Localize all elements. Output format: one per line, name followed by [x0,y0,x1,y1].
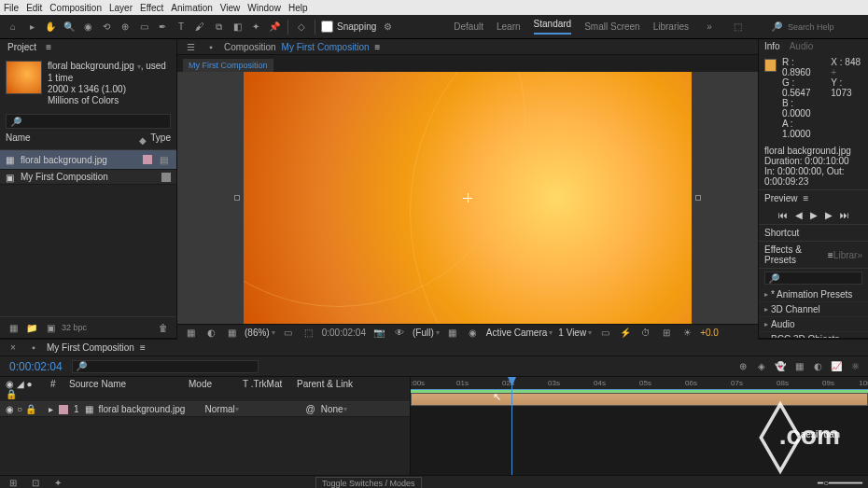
project-search-input[interactable] [21,117,166,126]
timeline-layer-row[interactable]: ◉ ○ 🔒 ▸ 1 ▦ floral background.jpg Normal… [0,402,410,417]
twirl-icon[interactable]: ▸ [49,404,53,414]
preview-tab[interactable]: Preview [764,193,798,203]
views-menu[interactable]: 1 View ▾ [558,328,592,338]
text-tool-icon[interactable]: T [174,20,189,35]
timeline-search[interactable]: 🔎 [72,360,259,373]
comp-flowchart-icon[interactable]: ⊕ [735,359,750,374]
hand-tool-icon[interactable]: ✋ [43,20,58,35]
show-snapshot-icon[interactable]: 👁 [392,325,407,340]
trash-icon[interactable]: 🗑 [156,320,171,335]
snapping-checkbox[interactable] [321,21,333,33]
fast-preview-icon[interactable]: ⚡ [618,325,633,340]
rotate-tool-icon[interactable]: ⟲ [99,20,114,35]
time-ruler[interactable]: :00s 01s 02s 03s 04s 05s 06s 07s 08s 09s… [411,377,868,390]
menu-edit[interactable]: Edit [26,3,42,13]
audio-tab[interactable]: Audio [790,41,814,51]
frame-blend-icon[interactable]: ▦ [791,359,806,374]
resolution-menu[interactable]: (Full) ▾ [413,328,440,338]
comp-marker-icon[interactable]: ▪ [203,39,218,54]
render-queue-icon[interactable]: ⊡ [28,476,43,489]
project-item[interactable]: ▣ My First Composition [0,170,176,185]
project-item[interactable]: ▦ floral background.jpg ▤ [0,150,176,170]
shy-icon[interactable]: 👻 [773,359,788,374]
exposure-value[interactable]: +0.0 [700,328,719,338]
next-frame-icon[interactable]: ▶ [825,210,833,220]
menu-animation[interactable]: Animation [171,3,212,13]
menu-layer[interactable]: Layer [109,3,133,13]
anchor-tool-icon[interactable]: ⊕ [118,20,133,35]
selection-tool-icon[interactable]: ▸ [24,20,39,35]
timeline-icon[interactable]: ⏱ [638,325,653,340]
workspace-overflow-icon[interactable]: » [702,20,717,35]
home-icon[interactable]: ⌂ [6,20,21,35]
menu-view[interactable]: View [220,3,241,13]
composition-canvas[interactable] [244,72,692,324]
zoom-level[interactable]: (86%) ▾ [245,328,275,338]
new-folder-icon[interactable]: 📁 [24,320,39,335]
solo-toggle-icon[interactable]: ○ [17,404,22,414]
menu-file[interactable]: File [4,3,19,13]
overflow-icon[interactable]: » [857,250,862,260]
effects-search-input[interactable] [779,273,859,283]
lock-icon[interactable]: × [6,341,21,356]
prev-frame-icon[interactable]: ◀ [795,210,803,220]
panel-menu-icon[interactable]: ≡ [46,42,51,52]
effects-category[interactable]: Audio [759,317,868,332]
current-time[interactable]: 0:00:02:04 [322,328,366,338]
brainstorm2-icon[interactable]: ✦ [50,476,65,489]
zoom-tool-icon[interactable]: 🔍 [62,20,77,35]
reset-exposure-icon[interactable]: ☀ [679,325,694,340]
eraser-tool-icon[interactable]: ◧ [230,20,245,35]
asset-thumbnail[interactable] [6,61,42,94]
local-axis-icon[interactable]: ◇ [294,20,309,35]
mask-toggle-icon[interactable]: ◐ [203,325,218,340]
col-name[interactable]: Name [6,132,135,147]
timeline-track-area[interactable]: :00s 01s 02s 03s 04s 05s 06s 07s 08s 09s… [411,377,868,475]
shape-tool-icon[interactable]: ▭ [136,20,151,35]
blend-mode-menu[interactable]: Normal ▾ [205,404,248,414]
col-type[interactable]: Type [150,132,171,147]
label-col-icon[interactable]: ◆ [135,132,150,147]
layer-handle-left[interactable] [234,195,240,201]
libraries-tab[interactable]: Librar [833,250,858,260]
snap-options-icon[interactable]: ⚙ [380,20,395,35]
roto-tool-icon[interactable]: ✦ [248,20,263,35]
pickwhip-icon[interactable]: @ [306,404,315,414]
menu-help[interactable]: Help [288,3,308,13]
layer-handle-right[interactable] [695,195,701,201]
timeline-tab[interactable]: My First Composition [47,342,134,353]
effects-presets-tab[interactable]: Effects & Presets [764,244,822,265]
layer-bar[interactable] [411,393,868,406]
panel-menu-icon[interactable]: ≡ [375,42,381,52]
toggle-switches-button[interactable]: Toggle Switches / Modes [315,477,422,489]
pen-tool-icon[interactable]: ✒ [155,20,170,35]
orbit-tool-icon[interactable]: ◉ [80,20,95,35]
graph-editor-icon[interactable]: 📈 [829,359,844,374]
play-icon[interactable]: ▶ [810,210,818,220]
roi-icon[interactable]: ⬚ [301,325,316,340]
camera-menu[interactable]: Active Camera ▾ [486,328,553,338]
workspace-learn[interactable]: Learn [497,21,521,32]
workspace-default[interactable]: Default [454,21,483,32]
interpret-footage-icon[interactable]: ▦ [6,320,21,335]
workspace-libraries[interactable]: Libraries [653,21,689,32]
snapshot-icon[interactable]: 📷 [371,325,386,340]
project-tab[interactable]: Project [7,42,36,52]
playhead[interactable] [511,377,512,475]
composition-viewer[interactable] [177,72,758,324]
flowchart-icon[interactable]: ☰ [183,39,198,54]
composition-name[interactable]: My First Composition [282,42,370,52]
brush-tool-icon[interactable]: 🖌 [192,20,207,35]
3d-view-icon[interactable]: ◉ [466,325,481,340]
menu-window[interactable]: Window [247,3,281,13]
layer-label-swatch[interactable] [59,405,68,414]
expand-props-icon[interactable]: ⊞ [6,476,21,489]
clone-tool-icon[interactable]: ⧉ [211,20,226,35]
effects-search[interactable]: 🔎 [764,272,862,285]
active-comp-tab[interactable]: My First Composition [183,59,273,72]
timeline-timecode[interactable]: 0:00:02:04 [0,360,72,373]
motion-blur-icon[interactable]: ◐ [810,359,825,374]
puppet-tool-icon[interactable]: 📌 [267,20,282,35]
zoom-slider[interactable]: ━○━━━━━━ [818,478,862,488]
menu-composition[interactable]: Composition [49,3,102,13]
